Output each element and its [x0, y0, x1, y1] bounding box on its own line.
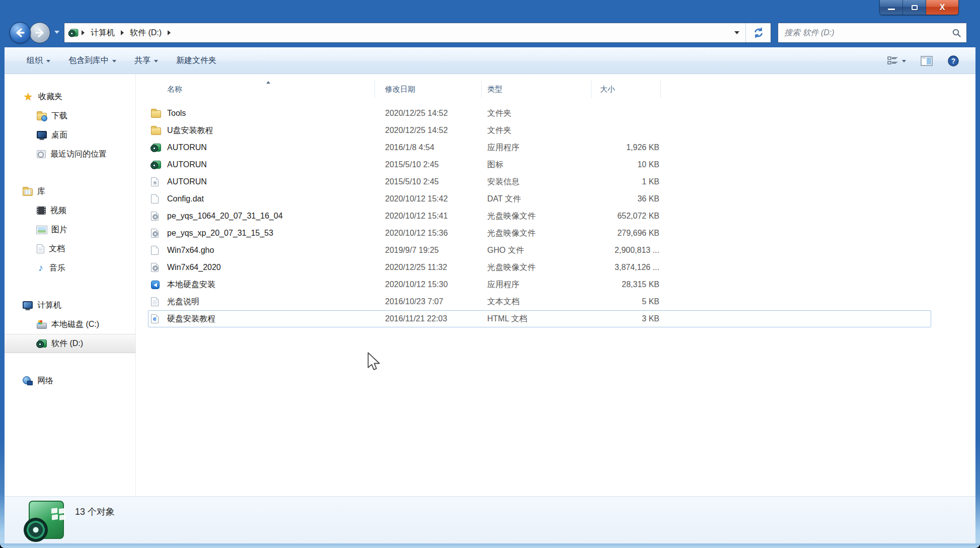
file-icon-cell	[151, 105, 161, 122]
app-green-disc-icon	[153, 144, 161, 152]
search-box	[778, 23, 967, 43]
file-icon-cell	[151, 276, 160, 293]
file-name: 光盘说明	[167, 293, 199, 310]
file-row[interactable]: pe_yqs_xp_20_07_31_15_532020/10/12 15:36…	[136, 225, 975, 242]
disk-windows-icon	[37, 323, 47, 329]
toolbar-right: ?	[884, 52, 975, 70]
file-name: Tools	[167, 105, 186, 122]
file-row[interactable]: Tools2020/12/25 14:52文件夹	[136, 105, 975, 122]
sidebar-item[interactable]: 库	[5, 182, 136, 201]
chevron-down-icon	[154, 60, 158, 62]
file-list-pane[interactable]: 名称修改日期类型大小 Tools2020/12/25 14:52文件夹U盘安装教…	[136, 74, 975, 496]
back-button[interactable]	[10, 22, 31, 43]
folder-icon	[151, 110, 161, 118]
help-button[interactable]: ?	[944, 52, 962, 70]
toolbar-button-2[interactable]: 共享	[127, 52, 165, 70]
file-name: Config.dat	[167, 190, 204, 208]
file-row[interactable]: U盘安装教程2020/12/25 14:52文件夹	[136, 122, 975, 139]
file-row[interactable]: 硬盘安装教程2016/11/21 22:03HTML 文档3 KB	[148, 310, 931, 327]
file-size: 652,072 KB	[591, 208, 659, 225]
column-header-2[interactable]: 类型	[482, 80, 591, 98]
file-name: pe_yqs_xp_20_07_31_15_53	[167, 225, 273, 242]
search-input[interactable]	[783, 28, 952, 38]
toolbar-button-3[interactable]: 新建文件夹	[169, 52, 223, 70]
window-frame-bottom	[0, 543, 980, 548]
file-type: 应用程序	[487, 276, 519, 293]
sidebar-item[interactable]: 视频	[5, 201, 136, 220]
sidebar-item[interactable]: 本地磁盘 (C:)	[5, 315, 136, 334]
toolbar-button-1[interactable]: 包含到库中	[61, 52, 123, 70]
address-dropdown-button[interactable]	[728, 23, 745, 42]
file-icon-cell	[151, 156, 161, 173]
file-date-modified: 2020/10/12 15:42	[385, 190, 448, 208]
toolbar-button-label: 新建文件夹	[176, 55, 216, 66]
file-type: 光盘映像文件	[487, 225, 536, 242]
column-header-0[interactable]: 名称	[161, 80, 375, 98]
file-row[interactable]: AUTORUN2016/1/8 4:54应用程序1,926 KB	[136, 139, 975, 156]
toolbar-button-label: 共享	[134, 55, 150, 66]
preview-pane-icon	[920, 55, 933, 66]
close-button[interactable]: X	[926, 0, 958, 15]
forward-button[interactable]	[29, 22, 50, 43]
file-row[interactable]: Config.dat2020/10/12 15:42DAT 文件36 KB	[136, 190, 975, 208]
file-row[interactable]: Win7x64.gho2019/9/7 19:25GHO 文件2,900,813…	[136, 242, 975, 259]
file-row[interactable]: Win7x64_20202020/12/25 11:32光盘映像文件3,874,…	[136, 259, 975, 276]
recent-places-icon	[37, 150, 46, 158]
refresh-button[interactable]	[745, 23, 771, 42]
sidebar-item-label: 库	[37, 186, 45, 197]
music-icon	[37, 263, 45, 273]
column-header-label: 修改日期	[385, 85, 415, 94]
sidebar-item[interactable]: 最近访问的位置	[5, 145, 136, 164]
sidebar-item-label: 音乐	[49, 263, 65, 273]
maximize-button[interactable]	[903, 0, 926, 15]
file-date-modified: 2020/12/25 14:52	[385, 105, 448, 122]
breadcrumb-item-computer[interactable]: 计算机	[88, 26, 118, 40]
file-size: 1 KB	[591, 173, 659, 190]
sidebar-item[interactable]: 桌面	[5, 125, 136, 145]
file-date-modified: 2020/10/12 15:30	[385, 276, 448, 293]
file-size: 10 KB	[591, 156, 659, 173]
desktop-icon	[37, 131, 47, 139]
file-icon-cell	[151, 293, 159, 310]
column-header-3[interactable]: 大小	[591, 80, 661, 98]
command-toolbar: 组织包含到库中共享新建文件夹	[5, 47, 975, 74]
file-row[interactable]: 本地硬盘安装2020/10/12 15:30应用程序28,315 KB	[136, 276, 975, 293]
sidebar-item[interactable]: 音乐	[5, 258, 136, 278]
sidebar-section-2: 计算机本地磁盘 (C:)软件 (D:)	[5, 296, 136, 353]
window-controls: X	[879, 0, 959, 15]
address-bar[interactable]: 计算机 软件 (D:)	[64, 23, 771, 43]
sidebar-item[interactable]: 图片	[5, 220, 136, 239]
file-date-modified: 2020/12/25 14:52	[385, 122, 448, 139]
file-row[interactable]: 光盘说明2016/10/23 7:07文本文档5 KB	[136, 293, 975, 310]
sidebar-item[interactable]: 计算机	[5, 296, 136, 315]
disk-green-icon	[38, 339, 47, 348]
sidebar-item[interactable]: 下载	[5, 106, 136, 125]
sidebar-item-label: 视频	[50, 206, 66, 216]
preview-pane-button[interactable]	[917, 53, 936, 69]
green-setup-disc-icon	[29, 501, 64, 539]
file-name: Win7x64_2020	[167, 259, 221, 276]
file-row[interactable]: AUTORUN2015/5/10 2:45安装信息1 KB	[136, 173, 975, 190]
toolbar-button-0[interactable]: 组织	[20, 52, 57, 70]
change-view-button[interactable]	[884, 53, 909, 69]
sidebar-item[interactable]: 网络	[5, 371, 136, 390]
help-icon: ?	[947, 55, 959, 67]
minimize-button[interactable]	[880, 0, 903, 15]
file-row[interactable]: AUTORUN2015/5/10 2:45图标10 KB	[136, 156, 975, 173]
file-row[interactable]: pe_yqs_1064_20_07_31_16_042020/10/12 15:…	[136, 208, 975, 225]
file-icon-cell	[151, 310, 159, 327]
file-size: 36 KB	[591, 190, 659, 208]
sidebar-item[interactable]: 收藏夹	[5, 87, 136, 106]
star-icon	[23, 92, 34, 102]
folder-download-icon	[37, 113, 47, 120]
sidebar-item[interactable]: 软件 (D:)	[5, 334, 136, 353]
sidebar-item-label: 软件 (D:)	[51, 338, 83, 349]
column-header-1[interactable]: 修改日期	[375, 80, 482, 98]
sidebar-item[interactable]: 文档	[5, 239, 136, 258]
file-name: AUTORUN	[167, 156, 207, 173]
recent-pages-dropdown[interactable]	[54, 31, 59, 34]
breadcrumb-item-drive-d[interactable]: 软件 (D:)	[127, 26, 165, 40]
file-date-modified: 2016/1/8 4:54	[385, 139, 434, 156]
sidebar-item-label: 下载	[51, 111, 67, 121]
file-date-modified: 2016/10/23 7:07	[385, 293, 443, 310]
